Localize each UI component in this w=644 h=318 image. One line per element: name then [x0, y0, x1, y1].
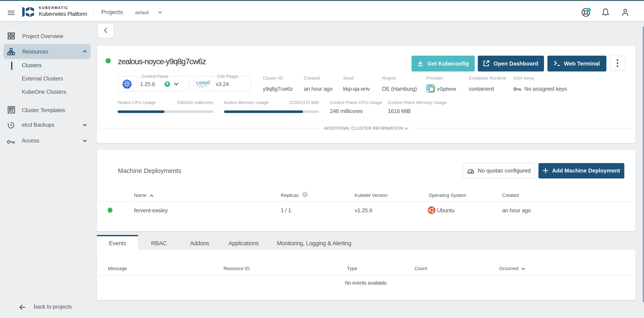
svg-text:canal: canal	[196, 79, 210, 85]
